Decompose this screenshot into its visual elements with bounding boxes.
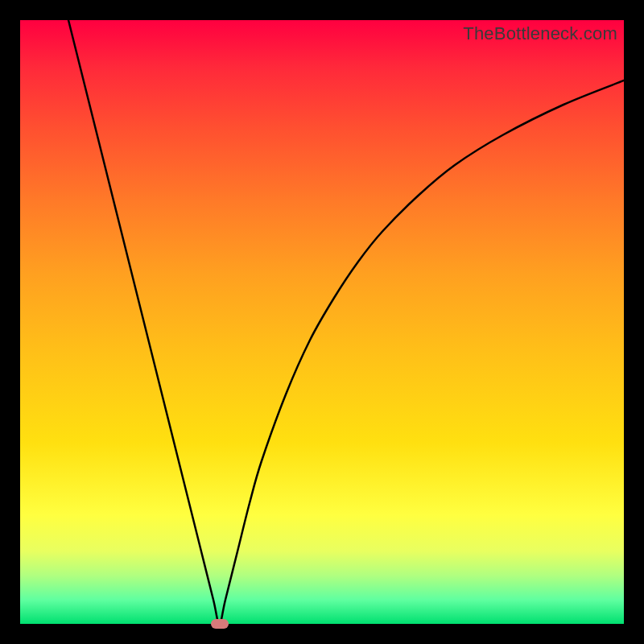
optimal-point-marker bbox=[211, 619, 229, 629]
bottleneck-curve bbox=[20, 20, 624, 624]
chart-plot-area: TheBottleneck.com bbox=[20, 20, 624, 624]
